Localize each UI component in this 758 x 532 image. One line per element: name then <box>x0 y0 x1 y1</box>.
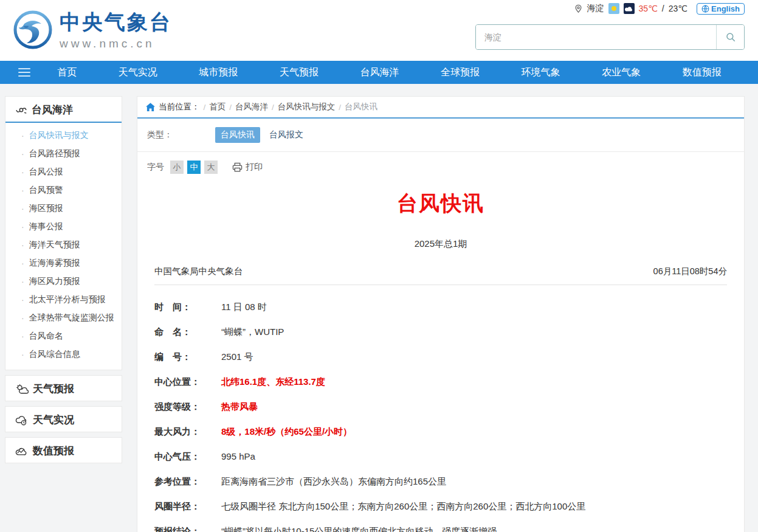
breadcrumb-item[interactable]: / 台风快讯与报文 <box>272 102 335 112</box>
nmc-logo-icon <box>13 10 52 49</box>
row-value-wrap: 995 hPa <box>221 451 727 463</box>
print-button[interactable]: 打印 <box>232 162 263 173</box>
article-info-row: 中心气压： 995 hPa <box>154 451 727 463</box>
type-filter-label: 类型： <box>147 130 173 140</box>
bullet-icon: · <box>21 313 24 323</box>
sidebar-item[interactable]: · 台风综合信息 <box>5 345 122 364</box>
breadcrumb-item[interactable]: / 台风海洋 <box>229 102 268 112</box>
sidebar-item-label: 台风快讯与报文 <box>29 130 89 141</box>
nav-item[interactable]: 农业气象 <box>596 61 647 84</box>
nav-item[interactable]: 首页 <box>51 61 83 84</box>
row-value: 11 日 08 时 <box>221 301 727 313</box>
article-toolbar: 字号 小 中 大 打印 <box>137 152 744 180</box>
search-input[interactable] <box>476 25 716 49</box>
article-info-row: 参考位置： 距离海南省三沙市（西沙永兴岛）东偏南方向约165公里 <box>154 475 727 488</box>
article-title: 台风快讯 <box>154 190 727 218</box>
sidebar-item[interactable]: · 全球热带气旋监测公报 <box>5 309 122 327</box>
type-filter-row: 类型： 台风快讯 台风报文 <box>137 119 744 152</box>
row-label: 编 号： <box>154 351 215 363</box>
breadcrumb-item[interactable]: / 首页 <box>204 102 226 112</box>
sidebar-list: · 台风快讯与报文 · 台风路径预报 · 台风公报 · <box>5 123 122 370</box>
sidebar-typhoon-section: 台风海洋 · 台风快讯与报文 · 台风路径预报 · <box>5 96 122 370</box>
article: 台风快讯 2025年总1期 中国气象局中央气象台 06月11日08时54分 时 … <box>137 190 744 532</box>
sidebar-item[interactable]: · 台风快讯与报文 <box>5 126 122 145</box>
row-value-wrap: 北纬16.1度、东经113.7度 <box>221 376 727 388</box>
sidebar-item[interactable]: · 台风路径预报 <box>5 145 122 163</box>
sidebar-item[interactable]: · 海事公报 <box>5 218 122 236</box>
sidebar-item-label: 北太平洋分析与预报 <box>29 294 106 305</box>
article-info-row: 时 间： 11 日 08 时 <box>154 301 727 313</box>
globe-icon <box>701 5 709 13</box>
nav-item[interactable]: 城市预报 <box>193 61 244 84</box>
menu-icon[interactable] <box>18 68 30 77</box>
logo-text: 中央气象台 www.nmc.cn <box>60 9 172 50</box>
nav-item[interactable]: 台风海洋 <box>354 61 405 84</box>
sidebar: 台风海洋 · 台风快讯与报文 · 台风路径预报 · <box>5 96 122 468</box>
bullet-icon: · <box>21 222 24 232</box>
printer-icon <box>232 162 243 172</box>
article-info-row: 预报结论： “蝴蝶”将以每小时10-15公里的速度向西偏北方向移动，强度逐渐增强… <box>154 525 727 532</box>
sidebar-section-label: 天气预报 <box>33 382 74 396</box>
row-value-wrap: “蝴蝶”将以每小时10-15公里的速度向西偏北方向移动，强度逐渐增强。 （下次更… <box>221 525 727 532</box>
sidebar-item[interactable]: · 北太平洋分析与预报 <box>5 291 122 309</box>
nav-item[interactable]: 数值预报 <box>677 61 728 84</box>
sidebar-section-numerical-forecast[interactable]: 数值预报 <box>5 437 122 463</box>
row-value-wrap: “蝴蝶”，WUTIP <box>221 326 727 338</box>
row-label: 中心气压： <box>154 451 215 463</box>
type-tab[interactable]: 台风快讯 <box>215 127 260 143</box>
fontsize-button[interactable]: 大 <box>204 161 218 174</box>
sun-weather-icon <box>608 3 619 14</box>
sidebar-item-label: 海区预报 <box>29 203 63 214</box>
article-publisher: 中国气象局中央气象台 <box>154 266 243 277</box>
sidebar-item-label: 近海海雾预报 <box>29 258 80 269</box>
bullet-icon: · <box>21 185 24 195</box>
search-bar <box>475 24 745 50</box>
sidebar-section-header[interactable]: 台风海洋 <box>5 97 122 123</box>
bullet-icon: · <box>21 277 24 286</box>
sidebar-section-weather-live[interactable]: 天气实况 <box>5 406 122 432</box>
site-url: www.nmc.cn <box>60 37 172 50</box>
site-logo[interactable]: 中央气象台 www.nmc.cn <box>13 9 172 50</box>
article-info-row: 强度等级： 热带风暴 <box>154 401 727 413</box>
row-value-wrap: 2501 号 <box>221 351 727 363</box>
nav-item[interactable]: 天气实况 <box>112 61 164 84</box>
sidebar-section-weather-forecast[interactable]: 天气预报 <box>5 375 122 401</box>
sidebar-item[interactable]: · 海区风力预报 <box>5 272 122 291</box>
sidebar-item[interactable]: · 近海海雾预报 <box>5 254 122 272</box>
english-button[interactable]: English <box>697 3 745 15</box>
sidebar-item-label: 海洋天气预报 <box>29 240 80 250</box>
row-value-wrap: 七级风圈半径 东北方向150公里；东南方向260公里；西南方向260公里；西北方… <box>221 500 727 513</box>
search-button[interactable] <box>716 25 744 49</box>
sidebar-item[interactable]: · 海洋天气预报 <box>5 236 122 254</box>
bullet-icon: · <box>21 149 24 159</box>
type-tabs: 台风快讯 台风报文 <box>215 127 309 143</box>
bullet-icon: · <box>21 258 24 268</box>
site-title: 中央气象台 <box>60 9 172 36</box>
sidebar-item[interactable]: · 台风命名 <box>5 327 122 345</box>
temperature-separator: / <box>662 4 664 13</box>
sidebar-item[interactable]: · 海区预报 <box>5 199 122 218</box>
sidebar-item[interactable]: · 台风预警 <box>5 181 122 199</box>
row-value: 2501 号 <box>221 351 727 363</box>
article-info-row: 命 名： “蝴蝶”，WUTIP <box>154 326 727 338</box>
row-value: “蝴蝶”，WUTIP <box>221 326 727 338</box>
type-tab[interactable]: 台风报文 <box>264 127 309 143</box>
nav-item[interactable]: 环境气象 <box>515 61 567 84</box>
temperature-high: 35℃ <box>639 4 658 13</box>
home-icon[interactable] <box>146 103 155 111</box>
bullet-icon: · <box>21 350 24 359</box>
sidebar-item[interactable]: · 台风公报 <box>5 163 122 181</box>
row-value-wrap: 11 日 08 时 <box>221 301 727 313</box>
cloud-clock-icon <box>15 414 29 426</box>
sidebar-item-label: 海事公报 <box>29 221 63 232</box>
location-label[interactable]: 海淀 <box>587 3 604 14</box>
breadcrumb-separator: / <box>272 103 274 112</box>
fontsize-button[interactable]: 中 <box>187 161 201 174</box>
nav-item[interactable]: 天气预报 <box>274 61 325 84</box>
sidebar-item-label: 台风综合信息 <box>29 349 80 360</box>
article-info-row: 编 号： 2501 号 <box>154 351 727 363</box>
fontsize-button[interactable]: 小 <box>170 161 184 174</box>
search-icon <box>725 32 736 43</box>
breadcrumb-item[interactable]: / 台风快讯 <box>339 102 377 112</box>
nav-item[interactable]: 全球预报 <box>435 61 486 84</box>
